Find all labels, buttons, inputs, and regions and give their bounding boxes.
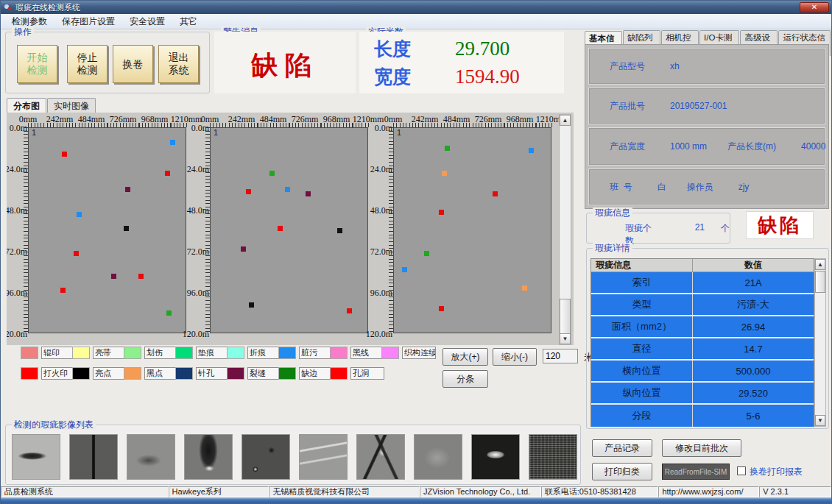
table-cell-label: 横向位置 [591,361,693,381]
legend-label-box[interactable]: 亮带 [93,347,127,359]
product-record-button[interactable]: 产品记录 [592,439,652,457]
legend-label-box[interactable]: 脏污 [299,347,333,359]
status-segment-6: http://www.wxjzsj.com/ [658,486,759,497]
legend-color-swatch [21,367,38,380]
window-bottom-border [1,497,831,504]
legend-label-box[interactable]: 孔洞 [350,367,384,380]
defect-thumbnail-4[interactable] [184,434,233,480]
view-tabs: 分布图实时图像 [7,97,96,114]
y-axis-tick-label: 120.0m [180,329,209,340]
table-scrollbar[interactable]: ▲ ▼ [814,258,826,427]
plots-scrollbar[interactable]: ▲ ▼ [559,114,571,345]
x-axis-tick-label: 242mm [228,114,255,123]
menu-item-4[interactable]: 其它 [173,14,204,29]
defect-thumbnail-8[interactable] [414,434,462,480]
legend-label-box[interactable]: 黑点 [144,367,178,380]
legend-color-swatch [21,347,38,359]
legend-label-box[interactable]: 织构连续 [402,347,436,359]
scrollbar-thumb[interactable] [560,299,571,336]
defect-marker [60,288,66,293]
modify-batch-button[interactable]: 修改目前批次 [662,439,741,457]
legend-label-box[interactable]: 亮点 [93,367,127,380]
scroll-up-icon[interactable]: ▲ [815,259,825,270]
header-col-value: 数值 [693,259,814,271]
legend-label-box[interactable]: 裂缝 [247,367,281,380]
legend-label-box[interactable]: 针孔 [196,367,230,380]
defect-info-group-label: 瑕疵信息 [593,207,632,218]
y-axis-tick-label: 120.0m [363,329,392,340]
defect-thumbnail-1[interactable] [12,434,60,480]
defect-thumbnail-6[interactable] [299,434,348,480]
defect-marker [124,226,129,231]
table-row-1[interactable]: 索引21A [591,272,814,294]
table-body: 索引21A类型污渍-大面积（mm2）26.94直径14.7横向位置500.000… [591,272,814,427]
legend-color-swatch [124,347,141,359]
table-cell-value: 污渍-大 [693,294,814,315]
defect-detail-group-label: 瑕疵详情 [593,243,632,253]
plot-area [210,127,368,333]
close-icon[interactable]: ✕ [800,2,829,13]
defect-thumbnail-9[interactable] [471,434,520,480]
op-button-4[interactable]: 退出系统 [158,45,199,83]
table-row-4[interactable]: 直径14.7 [591,338,814,361]
table-row-7[interactable]: 分段5-6 [591,405,814,427]
table-row-5[interactable]: 横向位置500.000 [591,361,814,383]
table-cell-label: 纵向位置 [591,383,693,403]
scroll-up-icon[interactable]: ▲ [560,115,571,126]
table-row-6[interactable]: 纵向位置29.520 [591,383,814,405]
info-field-label: 产品宽度 [610,141,645,153]
defect-marker [77,212,82,217]
legend-label-box[interactable]: 黑线 [350,347,384,359]
info-field-label: 操作员 [687,181,713,194]
table-cell-value: 29.520 [693,383,814,403]
menu-bar: 检测参数保存图片设置安全设置其它 [1,14,831,29]
split-button[interactable]: 分条 [443,370,488,388]
defect-detail-group: 瑕疵详情 瑕疵信息 数值 索引21A类型污渍-大面积（mm2）26.94直径14… [586,248,829,429]
defect-thumbnail-10[interactable] [529,434,577,480]
legend-label-box[interactable]: 打火印 [41,367,75,380]
defect-thumbnail-7[interactable] [356,434,405,480]
table-row-2[interactable]: 类型污渍-大 [591,294,814,316]
info-field-value: 20190527-001 [670,101,727,111]
x-axis-tick-label: 484mm [443,114,470,123]
y-axis-tick-label: 72.0m [180,246,209,258]
defect-marker [166,310,172,316]
legend-label-box[interactable]: 缺边 [299,367,333,380]
defect-thumbnail-2[interactable] [69,434,118,480]
op-button-2[interactable]: 停止检测 [67,45,107,83]
menu-item-3[interactable]: 安全设置 [123,14,172,29]
table-cell-label: 类型 [591,294,693,315]
defect-thumbnail-5[interactable] [242,434,290,480]
legend-label-box[interactable]: 划伤 [144,347,178,359]
panel-number-label: 1 [32,128,36,137]
legend-label-box[interactable]: 折痕 [247,347,281,359]
zoom-out-button[interactable]: 缩小(-) [493,348,537,366]
length-input[interactable] [543,349,578,363]
status-bar: 品质检测系统Hawkeye系列无锡精质视觉科技有限公司JZVision Tech… [1,486,831,497]
roll-print-checkbox[interactable] [737,466,746,475]
op-button-1[interactable]: 开始检测 [17,45,57,83]
menu-item-2[interactable]: 保存图片设置 [55,14,121,29]
op-button-3[interactable]: 换卷 [113,45,153,83]
view-tab-2[interactable]: 实时图像 [47,98,96,114]
scroll-down-icon[interactable]: ▼ [560,333,571,344]
operation-group-label: 操作 [12,26,34,37]
status-segment-7: V 2.3.1 [759,486,831,497]
x-axis-tick-label: 1210mm [353,114,384,123]
print-classify-button[interactable]: 打印归类 [592,463,652,480]
defect-count-value: 21 [695,222,705,247]
scrollbar-thumb[interactable] [815,271,825,293]
warning-box: 缺陷 [214,32,356,93]
zoom-in-button[interactable]: 放大(+) [443,348,488,366]
scroll-down-icon[interactable]: ▼ [815,415,825,426]
read-from-file-button[interactable]: ReadFromFile-SIM [662,464,730,480]
op-button-label: 换卷 [120,58,147,71]
legend-label-box[interactable]: 辊印 [41,347,75,359]
legend-label-box[interactable]: 垫痕 [196,347,230,359]
info-field-label: 产品长度(m) [727,141,776,153]
table-row-3[interactable]: 面积（mm2）26.94 [591,316,814,338]
defect-thumbnail-3[interactable] [127,434,175,480]
info-field-value: 白 [658,181,666,194]
defect-marker [62,152,67,157]
defect-marker [402,267,407,272]
